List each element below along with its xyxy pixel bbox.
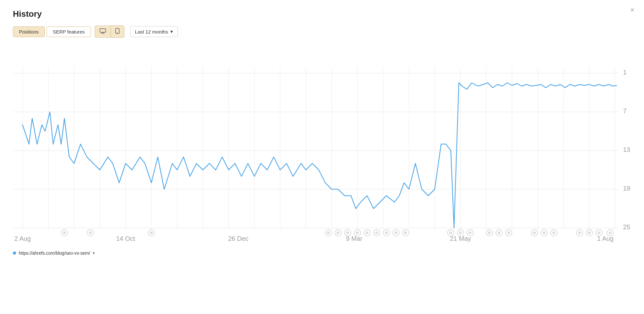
svg-text:25: 25 xyxy=(623,223,630,231)
svg-text:26 Dec: 26 Dec xyxy=(228,235,248,242)
svg-point-5 xyxy=(117,33,118,33)
legend-dropdown-icon[interactable]: ▾ xyxy=(93,251,95,255)
svg-text:⚙: ⚙ xyxy=(365,231,369,235)
svg-text:⚙: ⚙ xyxy=(597,231,601,235)
svg-text:⚙: ⚙ xyxy=(385,231,388,235)
svg-text:⚙: ⚙ xyxy=(449,231,452,235)
svg-text:⚙: ⚙ xyxy=(375,231,378,235)
history-panel: × History Positions SERP features xyxy=(0,0,644,314)
svg-text:⚙: ⚙ xyxy=(89,231,92,235)
svg-text:⚙: ⚙ xyxy=(404,231,407,235)
svg-text:⚙: ⚙ xyxy=(543,231,546,235)
svg-text:⚙: ⚙ xyxy=(488,231,491,235)
svg-text:14 Oct: 14 Oct xyxy=(116,235,135,242)
svg-text:⚙: ⚙ xyxy=(336,231,340,235)
tab-positions[interactable]: Positions xyxy=(13,26,45,37)
svg-text:⚙: ⚙ xyxy=(468,231,472,235)
svg-text:⚙: ⚙ xyxy=(459,231,462,235)
device-mobile-button[interactable] xyxy=(111,26,124,37)
chart-legend: https://ahrefs.com/blog/seo-vs-sem/ ▾ xyxy=(13,250,631,256)
position-chart: 1 7 13 19 25 xyxy=(13,47,631,247)
svg-text:19: 19 xyxy=(623,185,630,192)
svg-rect-0 xyxy=(100,29,106,32)
svg-text:2 Aug: 2 Aug xyxy=(14,235,31,242)
toolbar: Positions SERP features Last 12 months xyxy=(13,25,631,38)
device-desktop-button[interactable] xyxy=(95,26,111,37)
date-range-arrow-icon: ▾ xyxy=(170,29,173,34)
date-range-label: Last 12 months xyxy=(135,29,168,34)
svg-text:⚙: ⚙ xyxy=(346,231,349,235)
legend-url[interactable]: https://ahrefs.com/blog/seo-vs-sem/ xyxy=(19,250,90,256)
panel-title: History xyxy=(13,9,631,19)
svg-text:⚙: ⚙ xyxy=(552,231,555,235)
legend-dot xyxy=(13,251,16,255)
svg-text:⚙: ⚙ xyxy=(150,231,153,235)
svg-text:13: 13 xyxy=(623,146,630,153)
device-group xyxy=(95,25,124,38)
close-button[interactable]: × xyxy=(630,6,634,14)
svg-text:⚙: ⚙ xyxy=(609,231,612,235)
svg-text:1: 1 xyxy=(623,69,627,76)
tab-serp-features[interactable]: SERP features xyxy=(47,26,91,37)
svg-text:⚙: ⚙ xyxy=(533,231,536,235)
svg-text:⚙: ⚙ xyxy=(63,231,66,235)
svg-text:7: 7 xyxy=(623,107,627,114)
svg-text:⚙: ⚙ xyxy=(394,231,398,235)
svg-text:⚙: ⚙ xyxy=(497,231,501,235)
date-range-dropdown[interactable]: Last 12 months ▾ xyxy=(130,26,178,37)
svg-text:⚙: ⚙ xyxy=(588,231,591,235)
svg-text:⚙: ⚙ xyxy=(356,231,359,235)
svg-text:⚙: ⚙ xyxy=(578,231,581,235)
chart-area: 1 7 13 19 25 xyxy=(13,47,631,247)
svg-text:⚙: ⚙ xyxy=(507,231,510,235)
svg-text:⚙: ⚙ xyxy=(327,231,330,235)
